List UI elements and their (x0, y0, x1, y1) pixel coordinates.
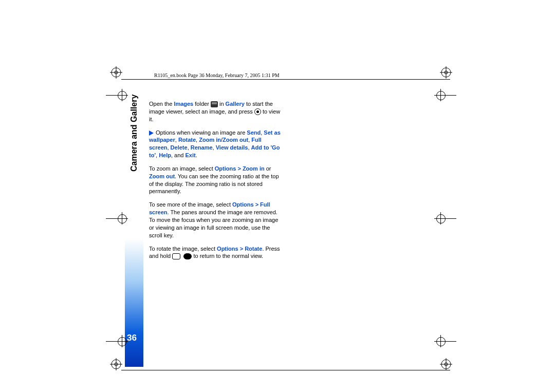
paragraph-options-list: Options when viewing an image are Send, … (149, 129, 281, 159)
images-folder-icon (211, 101, 218, 107)
registration-mark-icon (440, 66, 452, 79)
page-number: 36 (127, 333, 137, 343)
tip-arrow-icon (149, 130, 154, 136)
key-icon (172, 253, 180, 259)
body-text: Open the Images folder in Gallery to sta… (149, 100, 281, 266)
registration-mark-icon (440, 358, 452, 370)
paragraph-fullscreen: To see more of the image, select Options… (149, 201, 281, 239)
registration-mark-icon (110, 66, 122, 79)
top-rule (121, 79, 450, 80)
paragraph-rotate: To rotate the image, select Options > Ro… (149, 245, 281, 260)
section-title: Camera and Gallery (130, 95, 139, 172)
bottom-rule (121, 370, 450, 370)
joystick-icon (254, 108, 261, 115)
crop-line-icon (441, 341, 456, 342)
key-round-icon (183, 253, 192, 259)
crop-line-icon (441, 95, 456, 96)
crop-line-icon (106, 95, 121, 96)
crop-line-icon (106, 341, 121, 342)
paragraph-zoom: To zoom an image, select Options > Zoom … (149, 165, 281, 195)
paragraph-open-images: Open the Images folder in Gallery to sta… (149, 100, 281, 123)
crop-line-icon (441, 218, 456, 219)
book-header: R1105_en.book Page 36 Monday, February 7… (154, 72, 280, 78)
registration-mark-icon (110, 358, 122, 370)
crop-line-icon (106, 218, 121, 219)
